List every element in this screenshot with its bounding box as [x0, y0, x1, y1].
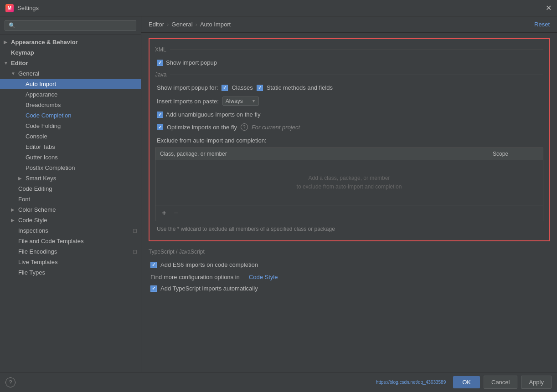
sidebar-item-postfix-completion[interactable]: Postfix Completion: [0, 163, 141, 173]
sidebar: ▶ Appearance & Behavior Keymap ▼ Editor …: [0, 16, 141, 372]
add-unambiguous-checkbox[interactable]: [157, 112, 163, 118]
sidebar-item-inspections[interactable]: Inspections ⊡: [0, 225, 141, 236]
close-button[interactable]: ✕: [546, 4, 552, 12]
sidebar-item-smart-keys[interactable]: ▶ Smart Keys: [0, 173, 141, 183]
insert-imports-dropdown[interactable]: Always ▼: [222, 97, 259, 106]
add-unambiguous-label[interactable]: Add unambiguous imports on the fly: [157, 111, 260, 118]
sidebar-item-appearance-behavior[interactable]: ▶ Appearance & Behavior: [0, 37, 141, 47]
add-es6-label: Add ES6 imports on code completion: [160, 261, 258, 268]
help-button[interactable]: ?: [5, 377, 15, 387]
nav-tree: ▶ Appearance & Behavior Keymap ▼ Editor …: [0, 35, 141, 372]
breadcrumb-general: General: [171, 21, 192, 28]
dropdown-arrow-icon: ▼: [252, 99, 256, 103]
add-exclude-button[interactable]: +: [159, 208, 169, 218]
sidebar-item-color-scheme[interactable]: ▶ Color Scheme: [0, 204, 141, 215]
sidebar-item-file-types[interactable]: File Types: [0, 267, 141, 278]
breadcrumb-auto-import: Auto Import: [200, 21, 231, 28]
sidebar-item-code-folding[interactable]: Code Folding: [0, 121, 141, 131]
wildcard-note: Use the * wildcard to exclude all member…: [155, 221, 543, 235]
sidebar-item-label: General: [18, 70, 39, 77]
content-header: Editor › General › Auto Import Reset: [141, 16, 557, 33]
breadcrumb: Editor › General › Auto Import: [149, 21, 231, 28]
remove-exclude-button[interactable]: −: [171, 208, 181, 218]
sidebar-item-code-completion[interactable]: Code Completion: [0, 110, 141, 121]
sidebar-item-file-code-templates[interactable]: File and Code Templates: [0, 236, 141, 246]
exclude-empty-message: Add a class, package, or memberto exclud…: [155, 160, 543, 205]
static-methods-checkbox[interactable]: [257, 85, 263, 91]
xml-show-import-checkbox[interactable]: [157, 60, 163, 66]
optimize-help-icon[interactable]: ?: [241, 123, 248, 131]
apply-button[interactable]: Apply: [521, 376, 552, 389]
window-title: Settings: [17, 5, 39, 11]
ts-section-line: [208, 252, 550, 252]
xml-show-import-text: Show import popup: [166, 59, 217, 66]
collapse-arrow-down: ▼: [4, 61, 9, 66]
add-typescript-label: Add TypeScript imports automatically: [160, 285, 258, 292]
sidebar-item-label: File and Code Templates: [18, 238, 84, 244]
find-more-text: Find more configuration options in: [150, 274, 240, 280]
sidebar-item-label: Editor: [11, 60, 28, 66]
java-section-line: [170, 75, 543, 75]
sidebar-item-label: Console: [26, 133, 47, 140]
sidebar-item-auto-import[interactable]: Auto Import: [0, 79, 141, 89]
xml-section-line: [170, 50, 543, 50]
add-es6-row: Add ES6 imports on code completion: [149, 261, 550, 268]
code-style-link[interactable]: Code Style: [249, 274, 278, 280]
content-area: Editor › General › Auto Import Reset XML: [141, 16, 557, 372]
sidebar-item-font[interactable]: Font: [0, 194, 141, 204]
title-bar: M Settings ✕: [0, 0, 557, 16]
main-settings-container: XML Show import popup Java Show impor: [149, 38, 550, 241]
sidebar-item-breadcrumbs[interactable]: Breadcrumbs: [0, 100, 141, 110]
sidebar-item-code-editing[interactable]: Code Editing: [0, 183, 141, 194]
insert-imports-label: Insert imports on paste:: [157, 98, 219, 105]
sidebar-item-keymap[interactable]: Keymap: [0, 47, 141, 58]
app-icon: M: [5, 4, 14, 12]
breadcrumb-editor: Editor: [149, 21, 164, 28]
sidebar-item-label: Appearance: [26, 91, 57, 98]
dropdown-value: Always: [226, 98, 243, 104]
add-es6-checkbox[interactable]: [150, 262, 157, 268]
url-badge: https://blog.csdn.net/qq_43633589: [376, 380, 446, 385]
search-box: [0, 16, 141, 35]
optimize-imports-checkbox[interactable]: [157, 124, 163, 130]
sidebar-item-appearance[interactable]: Appearance: [0, 89, 141, 100]
exclude-table-header: Class, package, or member Scope: [155, 148, 543, 160]
sidebar-item-gutter-icons[interactable]: Gutter Icons: [0, 152, 141, 163]
exclude-label: Exclude from auto-import and completion:: [155, 137, 543, 144]
nav-arrow-code-style: ▶: [11, 218, 16, 223]
sidebar-item-console[interactable]: Console: [0, 131, 141, 142]
sidebar-item-label: Inspections: [18, 227, 48, 234]
sidebar-item-label: Breadcrumbs: [26, 102, 61, 108]
sidebar-item-label: Editor Tabs: [26, 143, 55, 150]
show-import-for-label: Show import popup for:: [157, 84, 218, 91]
add-typescript-checkbox[interactable]: [150, 285, 157, 292]
sidebar-item-label: Code Style: [18, 217, 47, 224]
sidebar-item-label: Color Scheme: [18, 206, 56, 213]
cancel-button[interactable]: Cancel: [484, 376, 517, 389]
sidebar-item-file-encodings[interactable]: File Encodings ⊡: [0, 246, 141, 257]
search-input[interactable]: [5, 20, 136, 31]
sidebar-item-label: Appearance & Behavior: [11, 39, 78, 46]
sidebar-item-editor-tabs[interactable]: Editor Tabs: [0, 142, 141, 152]
add-unambiguous-row: Add unambiguous imports on the fly: [155, 111, 543, 118]
xml-show-import-popup-row: Show import popup: [155, 59, 543, 66]
typescript-section: TypeScript / JavaScript Add ES6 imports …: [149, 249, 550, 292]
xml-show-import-label[interactable]: Show import popup: [157, 59, 217, 66]
reset-button[interactable]: Reset: [534, 21, 550, 28]
exclude-toolbar: + −: [155, 205, 543, 221]
ts-section-label: TypeScript / JavaScript: [149, 249, 205, 255]
optimize-imports-label: Optimize imports on the fly: [167, 124, 237, 131]
scope-col-header: Scope: [488, 148, 543, 160]
sidebar-item-live-templates[interactable]: Live Templates: [0, 257, 141, 267]
sidebar-item-editor[interactable]: ▼ Editor: [0, 58, 141, 68]
classes-checkbox[interactable]: [222, 85, 228, 91]
sidebar-item-general[interactable]: ▼ General: [0, 68, 141, 79]
sidebar-item-code-style[interactable]: ▶ Code Style: [0, 215, 141, 225]
add-typescript-row: Add TypeScript imports automatically: [149, 285, 550, 292]
main-layout: ▶ Appearance & Behavior Keymap ▼ Editor …: [0, 16, 557, 372]
sidebar-item-label: Live Templates: [18, 259, 57, 265]
sidebar-item-label: Font: [18, 196, 30, 203]
copy-icon-inspections: ⊡: [133, 228, 137, 234]
sidebar-item-label: Code Editing: [18, 185, 52, 192]
ok-button[interactable]: OK: [453, 376, 480, 388]
